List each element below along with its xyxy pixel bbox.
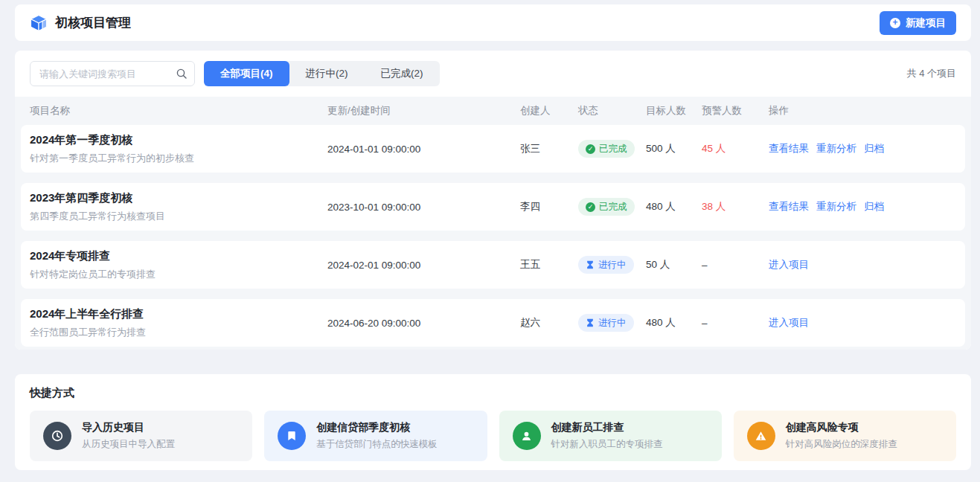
new-project-button[interactable]: 新建项目 xyxy=(880,11,956,35)
action-enter-project[interactable]: 进入项目 xyxy=(769,316,809,330)
user-icon xyxy=(513,422,541,450)
action-archive[interactable]: 归档 xyxy=(864,142,884,155)
plus-circle-icon xyxy=(890,18,900,28)
project-name-cell: 2024年上半年全行排查 全行范围员工异常行为排查 xyxy=(30,307,327,339)
col-header-creator: 创建人 xyxy=(520,104,578,118)
creator: 王五 xyxy=(520,258,578,271)
actions-cell: 查看结果 重新分析 归档 xyxy=(769,200,956,213)
status-label: 进行中 xyxy=(598,317,627,330)
project-row: 2023年第四季度初核 第四季度员工异常行为核查项目 2023-10-01 09… xyxy=(21,183,965,231)
bookmark-icon xyxy=(278,422,306,450)
project-table: 项目名称 更新/创建时间 创建人 状态 目标人数 预警人数 操作 2024年第一… xyxy=(15,97,971,350)
col-header-actions: 操作 xyxy=(769,104,956,118)
tab-all-projects[interactable]: 全部项目(4) xyxy=(204,61,289,86)
shortcut-title: 创建新员工排查 xyxy=(551,421,663,434)
action-archive[interactable]: 归档 xyxy=(864,200,884,213)
status-badge: 进行中 xyxy=(578,256,634,274)
hourglass-icon xyxy=(586,318,595,327)
status-cell: 已完成 xyxy=(578,198,646,216)
col-header-name: 项目名称 xyxy=(30,104,327,118)
target-count: 500 人 xyxy=(646,142,702,155)
search-input[interactable] xyxy=(30,61,195,86)
warning-count: 45 人 xyxy=(702,142,769,155)
clock-icon xyxy=(43,422,71,450)
shortcut-import-history[interactable]: 导入历史项目 从历史项目中导入配置 xyxy=(30,411,252,461)
project-row: 2024年上半年全行排查 全行范围员工异常行为排查 2024-06-20 09:… xyxy=(21,299,965,347)
shortcut-create-highrisk-special[interactable]: 创建高风险专项 针对高风险岗位的深度排查 xyxy=(734,411,956,461)
status-badge: 进行中 xyxy=(578,314,634,332)
page-title: 初核项目管理 xyxy=(55,14,131,31)
project-name: 2024年专项排查 xyxy=(30,249,327,263)
project-desc: 全行范围员工异常行为排查 xyxy=(30,326,327,339)
project-name-cell: 2024年专项排查 针对特定岗位员工的专项排查 xyxy=(30,249,327,281)
status-cell: 进行中 xyxy=(578,314,646,332)
header-bar: 初核项目管理 新建项目 xyxy=(15,4,971,41)
update-time: 2024-02-01 09:00:00 xyxy=(327,260,520,271)
shortcut-title: 创建信贷部季度初核 xyxy=(316,421,438,434)
shortcut-create-newhire-screening[interactable]: 创建新员工排查 针对新入职员工的专项排查 xyxy=(499,411,722,461)
update-time: 2024-01-01 09:00:00 xyxy=(327,144,520,155)
target-count: 50 人 xyxy=(646,258,702,271)
shortcut-text: 创建新员工排查 针对新入职员工的专项排查 xyxy=(551,421,663,451)
action-enter-project[interactable]: 进入项目 xyxy=(769,258,809,271)
status-label: 已完成 xyxy=(599,201,627,213)
warning-triangle-icon xyxy=(747,422,775,450)
creator: 李四 xyxy=(520,200,578,213)
tab-in-progress[interactable]: 进行中(2) xyxy=(289,61,365,86)
shortcut-cards: 导入历史项目 从历史项目中导入配置 创建信贷部季度初核 基于信贷部门特点的快速模… xyxy=(30,411,956,461)
shortcut-title: 创建高风险专项 xyxy=(786,421,897,434)
action-reanalyze[interactable]: 重新分析 xyxy=(816,200,856,213)
actions-cell: 查看结果 重新分析 归档 xyxy=(769,142,956,155)
project-desc: 针对特定岗位员工的专项排查 xyxy=(30,268,327,281)
header-left: 初核项目管理 xyxy=(30,14,131,32)
target-count: 480 人 xyxy=(646,316,702,330)
project-row: 2024年第一季度初核 针对第一季度员工异常行为的初步核查 2024-01-01… xyxy=(21,125,965,173)
tab-completed[interactable]: 已完成(2) xyxy=(365,61,440,86)
action-reanalyze[interactable]: 重新分析 xyxy=(816,142,856,155)
project-name-cell: 2023年第四季度初核 第四季度员工异常行为核查项目 xyxy=(30,191,327,223)
project-name: 2024年第一季度初核 xyxy=(30,133,327,147)
search-icon xyxy=(176,68,188,80)
cube-icon xyxy=(30,14,48,32)
shortcut-create-credit-review[interactable]: 创建信贷部季度初核 基于信贷部门特点的快速模板 xyxy=(264,411,487,461)
shortcut-desc: 从历史项目中导入配置 xyxy=(82,438,175,451)
actions-cell: 进入项目 xyxy=(769,316,956,330)
check-circle-icon xyxy=(586,202,595,212)
toolbar: 全部项目(4) 进行中(2) 已完成(2) 共 4 个项目 xyxy=(15,51,971,97)
project-name: 2024年上半年全行排查 xyxy=(30,307,327,321)
shortcut-text: 创建信贷部季度初核 基于信贷部门特点的快速模板 xyxy=(316,421,438,451)
update-time: 2024-06-20 09:00:00 xyxy=(327,318,520,329)
filter-tabs: 全部项目(4) 进行中(2) 已完成(2) xyxy=(204,61,440,86)
shortcut-desc: 基于信贷部门特点的快速模板 xyxy=(316,438,438,451)
col-header-warning: 预警人数 xyxy=(702,104,769,118)
col-header-status: 状态 xyxy=(578,104,646,118)
status-badge: 已完成 xyxy=(578,198,635,216)
project-list-panel: 全部项目(4) 进行中(2) 已完成(2) 共 4 个项目 项目名称 更新/创建… xyxy=(15,51,971,350)
project-count: 共 4 个项目 xyxy=(907,67,956,80)
table-header-row: 项目名称 更新/创建时间 创建人 状态 目标人数 预警人数 操作 xyxy=(21,97,965,125)
warning-count: 38 人 xyxy=(702,200,769,213)
project-name: 2023年第四季度初核 xyxy=(30,191,327,205)
project-desc: 第四季度员工异常行为核查项目 xyxy=(30,210,327,223)
new-project-button-label: 新建项目 xyxy=(906,16,946,30)
warning-count: – xyxy=(702,260,769,271)
project-name-cell: 2024年第一季度初核 针对第一季度员工异常行为的初步核查 xyxy=(30,133,327,165)
search-box xyxy=(30,61,195,86)
creator: 张三 xyxy=(520,142,578,155)
project-desc: 针对第一季度员工异常行为的初步核查 xyxy=(30,152,327,165)
actions-cell: 进入项目 xyxy=(769,258,956,271)
creator: 赵六 xyxy=(520,316,578,330)
hourglass-icon xyxy=(586,260,595,269)
project-row: 2024年专项排查 针对特定岗位员工的专项排查 2024-02-01 09:00… xyxy=(21,241,965,289)
action-view-results[interactable]: 查看结果 xyxy=(769,142,809,155)
update-time: 2023-10-01 09:00:00 xyxy=(327,202,520,213)
status-cell: 进行中 xyxy=(578,256,646,274)
shortcut-desc: 针对高风险岗位的深度排查 xyxy=(786,438,897,451)
shortcut-title: 导入历史项目 xyxy=(82,421,175,434)
col-header-target: 目标人数 xyxy=(646,104,702,118)
table-body: 2024年第一季度初核 针对第一季度员工异常行为的初步核查 2024-01-01… xyxy=(21,125,965,347)
action-view-results[interactable]: 查看结果 xyxy=(769,200,809,213)
col-header-time: 更新/创建时间 xyxy=(327,104,520,118)
shortcuts-title: 快捷方式 xyxy=(30,386,956,400)
warning-count: – xyxy=(702,318,769,329)
